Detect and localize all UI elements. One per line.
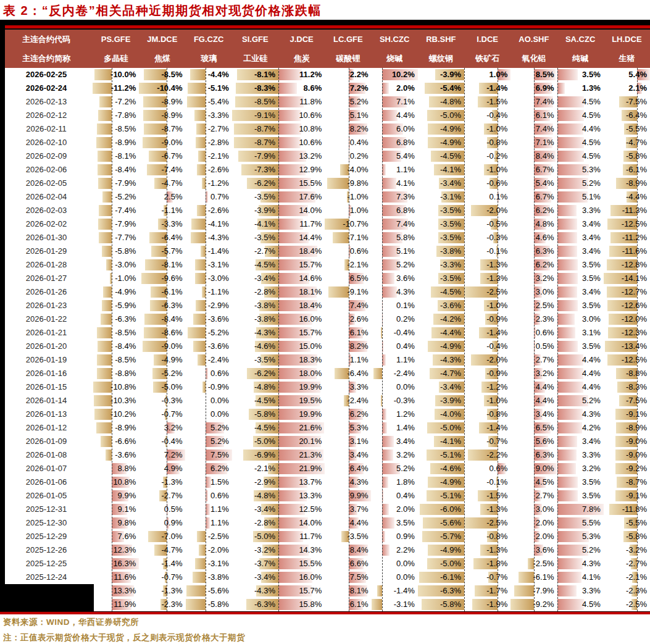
value-text: -3.5% bbox=[232, 231, 278, 245]
value-text: 0.0% bbox=[372, 380, 418, 394]
value-text: 2.6% bbox=[325, 312, 371, 326]
value-cell: 5.3% bbox=[557, 163, 604, 177]
value-cell: 11.6% bbox=[93, 571, 139, 584]
value-text: 7.1% bbox=[372, 95, 418, 109]
value-text: -1.0% bbox=[464, 163, 510, 177]
value-text: 0.6% bbox=[464, 462, 510, 475]
table-row: 2025-12-2612.3%-4.7%-2.0%-3.2%14.3%8.4%2… bbox=[0, 543, 650, 557]
date-cell: 2026-01-28 bbox=[0, 258, 93, 272]
value-cell: 1.5% bbox=[186, 475, 232, 489]
value-text: -3.4% bbox=[232, 571, 278, 584]
value-cell: -0.2% bbox=[464, 149, 510, 163]
column-code-RB.SHF: RB.SHF bbox=[418, 35, 464, 44]
value-text: -3.8% bbox=[418, 245, 464, 258]
value-text: -1.0% bbox=[464, 394, 510, 408]
column-code-LC.GFE: LC.GFE bbox=[325, 35, 371, 44]
value-cell: -6.3% bbox=[418, 584, 464, 598]
value-cell: 0.4% bbox=[372, 340, 418, 353]
value-cell: 7.1% bbox=[372, 95, 418, 109]
value-cell: 1.0% bbox=[464, 68, 510, 82]
value-text: 15.5% bbox=[278, 177, 325, 190]
value-cell: -2.7% bbox=[604, 557, 650, 571]
value-cell: -0.7% bbox=[464, 571, 510, 584]
value-text: 20.1% bbox=[278, 435, 325, 448]
value-text: -2.5% bbox=[464, 516, 510, 530]
value-cell: 7.2% bbox=[139, 448, 185, 462]
value-cell: -6.3% bbox=[93, 312, 139, 326]
value-text: -3.5% bbox=[232, 190, 278, 204]
value-text: 21.6% bbox=[278, 421, 325, 435]
value-text: -12.0% bbox=[604, 312, 650, 326]
value-text: -1.8% bbox=[464, 557, 510, 571]
column-code-SA.CZC: SA.CZC bbox=[557, 35, 604, 44]
value-text: -6.9% bbox=[232, 448, 278, 462]
value-cell: -0.4% bbox=[464, 340, 510, 353]
value-text: -6.0% bbox=[418, 503, 464, 516]
value-text: -3.9% bbox=[418, 394, 464, 408]
value-text: 4.1% bbox=[557, 571, 604, 584]
value-text: 0.1% bbox=[464, 190, 510, 204]
value-cell: 13.3% bbox=[278, 489, 325, 503]
date-cell: 2025-12-31 bbox=[0, 503, 93, 516]
value-cell: -4.9% bbox=[93, 285, 139, 299]
value-text: 6.2% bbox=[325, 408, 371, 421]
value-cell: 2.2% bbox=[372, 543, 418, 557]
value-cell: 11.7% bbox=[278, 530, 325, 543]
value-cell: -4.9% bbox=[418, 475, 464, 489]
value-text: -8.1% bbox=[93, 149, 139, 163]
value-cell: 3.3% bbox=[557, 204, 604, 217]
value-text: -1.4% bbox=[139, 557, 185, 571]
value-cell: 3.6% bbox=[372, 272, 418, 285]
value-cell: 1.3% bbox=[557, 82, 604, 95]
value-text: 4.4% bbox=[325, 516, 371, 530]
value-text: -2.0% bbox=[186, 543, 232, 557]
table-row: 2026-01-12-8.9%3.2%5.2%-4.5%21.6%5.3%1.4… bbox=[0, 421, 650, 435]
value-text: -3.7% bbox=[232, 557, 278, 571]
value-cell: -1.9% bbox=[464, 598, 510, 611]
value-cell: -9.1% bbox=[325, 285, 371, 299]
value-cell: 0.7% bbox=[186, 190, 232, 204]
value-text: -0.5% bbox=[464, 217, 510, 231]
value-text: -1.4% bbox=[464, 421, 510, 435]
table-row: 2025-12-2411.6%-0.7%-3.8%-3.4%16.0%7.5%0… bbox=[0, 571, 650, 584]
value-cell: -12.7% bbox=[604, 285, 650, 299]
value-text: -5.0% bbox=[232, 435, 278, 448]
value-text: -5.2% bbox=[186, 326, 232, 340]
value-cell: -2.2% bbox=[464, 448, 510, 462]
value-text: -1.3% bbox=[464, 258, 510, 272]
value-text: 1.4% bbox=[372, 421, 418, 435]
value-text: -4.8% bbox=[418, 95, 464, 109]
value-cell: 17.6% bbox=[278, 190, 325, 204]
value-text: -5.8% bbox=[93, 245, 139, 258]
column-code-LH.DCE: LH.DCE bbox=[604, 35, 650, 44]
table-row: 2026-01-15-10.8%-5.0%-0.9%-4.8%19.9%3.3%… bbox=[0, 380, 650, 394]
value-text: 15.5% bbox=[278, 557, 325, 571]
bar-zero-axis-line bbox=[167, 68, 167, 611]
value-text: 4.3% bbox=[557, 408, 604, 421]
table-row: 2026-02-06-8.4%-7.4%-2.6%-7.3%12.9%-4.0%… bbox=[0, 163, 650, 177]
value-cell: -11.2% bbox=[604, 231, 650, 245]
value-text: -4.3% bbox=[232, 326, 278, 340]
value-cell: 3.3% bbox=[325, 380, 371, 394]
value-cell: -2.0% bbox=[464, 353, 510, 367]
value-text: 11.9% bbox=[93, 598, 139, 611]
value-text: -9.1% bbox=[604, 408, 650, 421]
value-text: -0.8% bbox=[464, 530, 510, 543]
value-text: -4.9% bbox=[418, 340, 464, 353]
value-cell: -5.7% bbox=[418, 530, 464, 543]
value-cell: -4.5% bbox=[418, 285, 464, 299]
value-text: -7.5% bbox=[604, 95, 650, 109]
value-cell: 5.8% bbox=[372, 231, 418, 245]
value-cell: 5.1% bbox=[372, 245, 418, 258]
value-text: 10.6% bbox=[278, 136, 325, 149]
table-row: 2026-01-20-8.4%-9.0%-3.6%-4.6%15.0%8.2%0… bbox=[0, 340, 650, 353]
value-cell: -5.0% bbox=[232, 435, 278, 448]
value-cell: -5.1% bbox=[418, 489, 464, 503]
value-text: -8.1% bbox=[139, 258, 185, 272]
value-text: 4.9% bbox=[139, 462, 185, 475]
table-header: 主连合约代码 PS.GFEJM.DCEFG.CZCSI.GFEJ.DCELC.G… bbox=[0, 30, 650, 68]
value-text: 4.3% bbox=[372, 285, 418, 299]
value-cell: 6.2% bbox=[325, 408, 371, 421]
value-cell: 6.1% bbox=[325, 326, 371, 340]
value-cell: -5.8% bbox=[604, 149, 650, 163]
